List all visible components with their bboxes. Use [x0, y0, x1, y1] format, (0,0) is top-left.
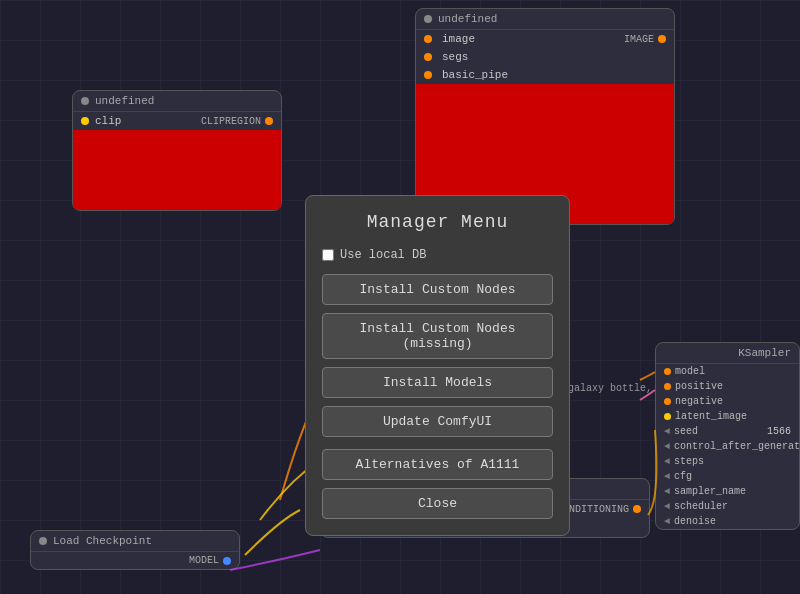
label-latent: latent_image: [675, 411, 747, 422]
node-row-model-out: MODEL: [31, 552, 239, 569]
node-ksampler[interactable]: KSampler model positive negative latent_…: [655, 342, 800, 530]
alternatives-a1111-button[interactable]: Alternatives of A1111: [322, 449, 553, 480]
port-clipregion-right[interactable]: [265, 117, 273, 125]
use-local-db-label: Use local DB: [340, 248, 426, 262]
node-row-image: image IMAGE: [416, 30, 674, 48]
ksampler-row-positive: positive: [656, 379, 799, 394]
close-button[interactable]: Close: [322, 488, 553, 519]
node-header-ksampler: KSampler: [656, 343, 799, 364]
port-image-right[interactable]: [658, 35, 666, 43]
label-seed: seed: [674, 426, 698, 437]
denoise-arrow: ◄: [664, 516, 670, 527]
ksampler-row-seed: ◄ seed 1566: [656, 424, 799, 439]
install-custom-nodes-missing-button[interactable]: Install Custom Nodes (missing): [322, 313, 553, 359]
node-title-undefined-tl: undefined: [95, 95, 154, 107]
install-models-button[interactable]: Install Models: [322, 367, 553, 398]
port-latent[interactable]: [664, 413, 671, 420]
ksampler-row-cfg: ◄ cfg: [656, 469, 799, 484]
ksampler-row-negative: negative: [656, 394, 799, 409]
node-title-load: Load Checkpoint: [53, 535, 152, 547]
ksampler-row-scheduler: ◄ scheduler: [656, 499, 799, 514]
label-model: model: [675, 366, 705, 377]
seed-arrow: ◄: [664, 426, 670, 437]
port-segs-left[interactable]: [424, 53, 432, 61]
port-conditioning-out[interactable]: [633, 505, 641, 513]
node-title-ksampler: KSampler: [738, 347, 791, 359]
scheduler-arrow: ◄: [664, 501, 670, 512]
node-body-undefined-tl: [73, 130, 281, 210]
port-clipregion-label: CLIPREGION: [201, 116, 261, 127]
label-positive: positive: [675, 381, 723, 392]
port-basic-pipe-label: basic_pipe: [442, 69, 508, 81]
update-comfyui-button[interactable]: Update ComfyUI: [322, 406, 553, 437]
port-image-left[interactable]: [424, 35, 432, 43]
label-cfg: cfg: [674, 471, 692, 482]
node-title-undefined-tc: undefined: [438, 13, 497, 25]
port-segs-label: segs: [442, 51, 468, 63]
label-denoise: denoise: [674, 516, 716, 527]
ksampler-row-model: model: [656, 364, 799, 379]
install-custom-nodes-button[interactable]: Install Custom Nodes: [322, 274, 553, 305]
node-header-undefined-tc: undefined: [416, 9, 674, 30]
node-row-basic-pipe: basic_pipe: [416, 66, 674, 84]
ksampler-row-sampler: ◄ sampler_name: [656, 484, 799, 499]
label-sampler: sampler_name: [674, 486, 746, 497]
manager-menu-dialog: Manager Menu Use local DB Install Custom…: [305, 195, 570, 536]
node-undefined-tc[interactable]: undefined image IMAGE segs basic_pipe: [415, 8, 675, 225]
checkbox-row-local-db: Use local DB: [322, 248, 426, 262]
node-load-checkpoint[interactable]: Load Checkpoint MODEL: [30, 530, 240, 570]
use-local-db-checkbox[interactable]: [322, 249, 334, 261]
node-row-segs: segs: [416, 48, 674, 66]
label-steps: steps: [674, 456, 704, 467]
cfg-arrow: ◄: [664, 471, 670, 482]
port-clip-label: clip: [95, 115, 121, 127]
node-status-dot: [81, 97, 89, 105]
ksampler-row-denoise: ◄ denoise: [656, 514, 799, 529]
control-arrow: ◄: [664, 441, 670, 452]
manager-menu-title: Manager Menu: [367, 212, 509, 232]
label-scheduler: scheduler: [674, 501, 728, 512]
ksampler-row-latent: latent_image: [656, 409, 799, 424]
label-control: control_after_generate: [674, 441, 800, 452]
node-status-dot-tc: [424, 15, 432, 23]
steps-arrow: ◄: [664, 456, 670, 467]
model-out-label: MODEL: [189, 555, 219, 566]
node-row-clip: clip CLIPREGION: [73, 112, 281, 130]
port-negative[interactable]: [664, 398, 671, 405]
port-positive[interactable]: [664, 383, 671, 390]
port-clip-left[interactable]: [81, 117, 89, 125]
node-header-load: Load Checkpoint: [31, 531, 239, 552]
sampler-arrow: ◄: [664, 486, 670, 497]
galaxy-bottle-text: galaxy bottle,: [568, 383, 652, 394]
ksampler-row-control: ◄ control_after_generate: [656, 439, 799, 454]
port-model[interactable]: [664, 368, 671, 375]
label-negative: negative: [675, 396, 723, 407]
node-status-dot-load: [39, 537, 47, 545]
ksampler-row-steps: ◄ steps: [656, 454, 799, 469]
port-image-label: image: [442, 33, 475, 45]
node-undefined-tl[interactable]: undefined clip CLIPREGION: [72, 90, 282, 211]
port-image-right-label: IMAGE: [624, 34, 654, 45]
port-basic-pipe-left[interactable]: [424, 71, 432, 79]
port-model-out[interactable]: [223, 557, 231, 565]
seed-value: 1566: [767, 426, 791, 437]
node-header-undefined-tl: undefined: [73, 91, 281, 112]
